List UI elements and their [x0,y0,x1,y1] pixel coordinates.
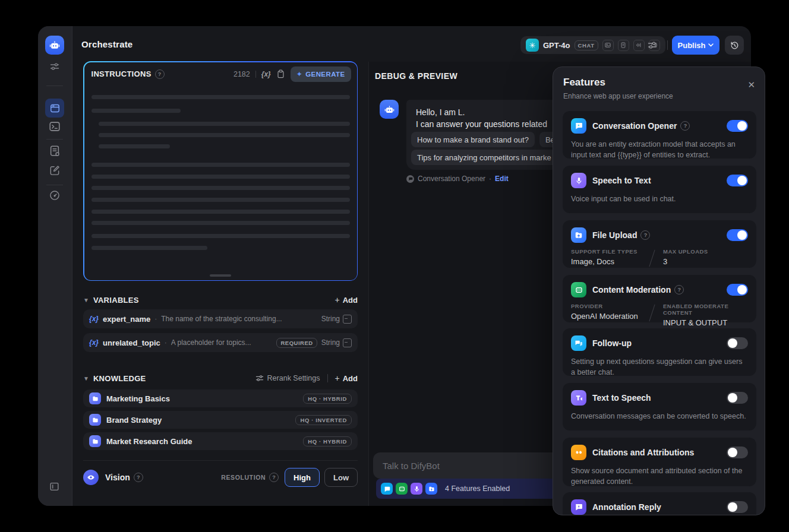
dataset-folder-icon [89,392,101,404]
feature-card-text-to-speech: Text to Speech Conversation messages can… [563,383,756,430]
feature-card-annotation-reply: Annotation Reply You can manually edit h… [563,492,756,515]
prompt-skeleton-line [99,122,350,126]
retrieval-badge: HQ · HYBRID [303,394,352,404]
sidebar-item-terminal[interactable] [48,120,61,133]
knowledge-row[interactable]: Brand Strategy HQ · INVERTED [83,411,358,429]
add-label: Add [343,296,358,305]
app-logo-robot-icon[interactable] [45,36,64,55]
chevron-down-icon [708,43,714,47]
model-name: GPT-4o [543,41,570,50]
resolution-label: RESOLUTION [221,474,266,481]
generate-button[interactable]: ✦ GENERATE [291,66,351,82]
divider [255,71,256,78]
document-capability-icon [618,40,629,51]
variable-type-label: String [321,315,340,323]
help-icon[interactable]: ? [269,473,279,482]
feature-card-speech-to-text: Speech to Text Voice input can be used i… [563,166,756,213]
feature-title: Citations and Attributions [592,448,694,457]
suggestion-chip[interactable]: How to make a brand stand out? [411,132,535,147]
help-icon[interactable]: ? [134,473,143,482]
prompt-skeleton-line [99,133,350,137]
meta-label: MAX UPLOADS [663,248,708,255]
feature-title: Content Moderation [592,285,671,294]
version-history-button[interactable] [725,36,744,55]
publish-label: Publish [678,41,706,50]
generate-label: GENERATE [305,71,345,78]
variable-type-label: String [321,338,340,347]
plus-icon: + [335,373,340,383]
text-to-speech-toggle[interactable] [727,392,748,404]
vision-section: Vision ? RESOLUTION ? High Low [83,467,358,488]
meta-col: ENABLED MODERATE CONTENT INPUT & OUTPUT [663,303,748,327]
variable-icon: {x} [89,338,99,347]
knowledge-row[interactable]: Market Research Guide HQ · HYBRID [83,432,358,450]
prompt-skeleton-line [91,175,350,179]
suggestion-chip[interactable]: Tips for analyzing competitors in marke [411,150,557,165]
content-moderation-toggle[interactable] [727,284,748,296]
conversation-opener-icon [381,483,393,495]
dataset-folder-icon [89,414,101,426]
prompt-skeleton-line [91,221,350,225]
knowledge-row[interactable]: Marketing Basics HQ · HYBRID [83,390,358,407]
meta-value: OpenAI Moderation [571,312,641,321]
feature-title: File Upload [592,230,637,240]
feature-card-conversation-opener: Conversation Opener ? You are an entity … [563,111,756,159]
dot-separator: · [489,175,491,183]
sidebar-item-annotations[interactable] [49,164,61,176]
edit-opener-link[interactable]: Edit [495,175,509,183]
sidebar-collapse-button[interactable] [49,481,60,492]
rerank-settings-button[interactable]: Rerank Settings [255,374,320,382]
resolution-low-button[interactable]: Low [324,468,358,487]
chevron-down-icon[interactable]: ▼ [83,297,89,303]
chevron-down-icon[interactable]: ▼ [83,375,89,382]
help-icon[interactable]: ? [640,230,650,240]
knowledge-title: KNOWLEDGE [93,374,146,383]
annotation-reply-toggle[interactable] [727,501,748,513]
text-to-speech-icon [571,390,586,406]
prompt-skeleton-line [91,234,350,238]
publish-button[interactable]: Publish [672,36,719,55]
resize-handle[interactable] [210,274,231,277]
close-icon[interactable]: ✕ [747,80,755,89]
variable-icon: {x} [89,315,99,323]
sidebar-item-orchestrate[interactable] [45,99,64,118]
terminal-icon [48,120,61,133]
feature-title: Conversation Opener [592,121,677,131]
sidebar-item-monitoring[interactable] [49,189,61,201]
opener-caption: Conversation Opener · Edit [406,175,509,183]
slash-divider [649,305,655,322]
resolution-high-button[interactable]: High [285,468,320,487]
history-icon [730,40,740,50]
dot-separator: · [165,338,167,347]
follow-up-toggle[interactable] [727,337,748,349]
meta-col: MAX UPLOADS 3 [663,248,708,266]
variable-description: A placeholder for topics... [171,338,251,347]
citations-toggle[interactable] [727,446,748,458]
help-icon[interactable]: ? [680,121,690,131]
copy-icon[interactable] [277,69,285,78]
model-config-sliders-button[interactable] [643,36,661,54]
speech-to-text-toggle[interactable] [727,175,748,186]
insert-variable-icon[interactable]: {x} [261,70,271,78]
variable-row[interactable]: {x} unrelated_topic · A placeholder for … [83,333,358,352]
app-settings-sliders-icon[interactable] [49,62,61,71]
variable-row[interactable]: {x} expert_name · The name of the strate… [83,309,358,328]
char-count: 2182 [233,70,250,78]
file-upload-icon [571,227,586,243]
help-icon[interactable]: ? [155,69,165,79]
sidebar-item-logs[interactable] [49,144,61,157]
file-upload-toggle[interactable] [727,229,748,241]
conversation-opener-toggle[interactable] [727,120,748,132]
section-divider [83,460,358,461]
features-enabled-count: 4 Features Enabled [445,484,510,493]
add-variable-button[interactable]: + Add [335,295,358,305]
dot-separator: · [154,315,157,323]
meta-col: PROVIDER OpenAI Moderation [571,303,641,321]
model-mode-badge: CHAT [575,40,598,50]
feature-description: Conversation messages can be converted t… [571,411,748,422]
dataset-name: Brand Strategy [106,416,162,425]
instructions-card: INSTRUCTIONS ? 2182 {x} ✦ GENERATE [83,61,358,281]
bot-avatar [380,100,399,119]
help-icon[interactable]: ? [674,285,684,294]
add-knowledge-button[interactable]: + Add [335,373,358,383]
